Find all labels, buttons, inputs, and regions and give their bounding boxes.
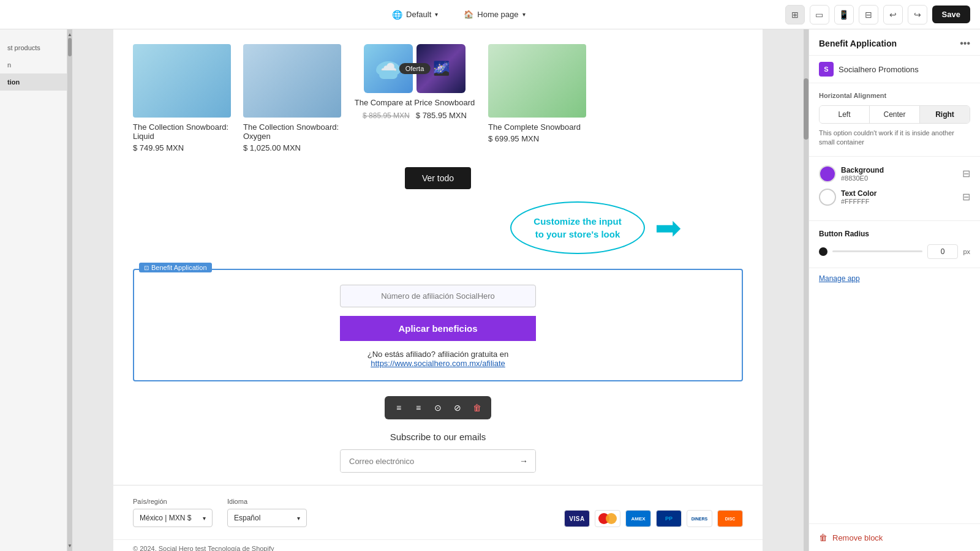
button-radius-section: Button Radius 0 px [809, 221, 980, 268]
mobile-view-btn[interactable]: 📱 [834, 5, 854, 24]
subscribe-title: Subscribe to our emails [133, 432, 743, 442]
redo-btn[interactable]: ↪ [908, 5, 927, 24]
panel-menu-button[interactable]: ••• [960, 38, 970, 49]
benefit-content: Aplicar beneficios ¿No estás afiliado? a… [134, 270, 742, 380]
language-value: Español [234, 514, 260, 522]
benefit-apply-button[interactable]: Aplicar beneficios [340, 316, 536, 341]
product-featured-images: ☁️ 🌌 Oferta [364, 44, 466, 93]
subscribe-input-row: → [340, 449, 536, 473]
chevron-down-icon: ▾ [435, 11, 438, 18]
top-bar-right: ⊞ ▭ 📱 ⊟ ↩ ↪ Save [785, 5, 970, 24]
radius-unit: px [963, 248, 970, 255]
product-image-liquid [133, 44, 231, 118]
benefit-affiliate-link[interactable]: https://www.socialhero.com.mx/afiliate [371, 359, 505, 368]
button-radius-label: Button Radius [819, 230, 970, 238]
top-bar-center: 🌐 Default ▾ 🏠 Home page ▾ [386, 7, 530, 23]
view-all-container: Ver todo [113, 167, 763, 189]
payment-icons: VISA AMEX PP DINERS DISC [564, 510, 743, 527]
right-panel: Benefit Application ••• S Socialhero Pro… [809, 29, 980, 551]
benefit-input[interactable] [340, 285, 536, 307]
app-icon: S [819, 62, 834, 77]
trash-icon: 🗑 [819, 533, 827, 542]
language-label: Idioma [227, 498, 307, 505]
product-card-complete: The Complete Snowboard $ 699.95 MXN [488, 44, 586, 143]
background-section: Background #8830E0 ⊟ Text Color #FFFFFF … [809, 157, 980, 221]
panel-title: Benefit Application [819, 39, 897, 48]
toolbar-align-left[interactable]: ≡ [391, 400, 407, 416]
discover-icon: DISC [717, 510, 743, 527]
view-all-button[interactable]: Ver todo [405, 167, 471, 189]
slider-handle[interactable] [819, 247, 827, 256]
benefit-label-icon: ⊡ [144, 264, 149, 271]
alignment-buttons: Left Center Right [819, 105, 970, 124]
toolbar-hide[interactable]: ⊘ [450, 400, 466, 416]
background-value: #8830E0 [841, 174, 884, 182]
country-select[interactable]: México | MXN $ ▾ [133, 509, 213, 527]
desktop-view-btn[interactable]: ⊞ [785, 5, 805, 24]
diners-icon: DINERS [687, 510, 712, 527]
text-color-label-col: Text Color #FFFFFF [841, 189, 876, 205]
tablet-view-btn[interactable]: ▭ [810, 5, 829, 24]
footer-left: País/región México | MXN $ ▾ Idioma [133, 498, 307, 527]
text-color-options-icon[interactable]: ⊟ [962, 191, 970, 203]
remove-block-button[interactable]: 🗑 Remove block [809, 523, 980, 551]
text-color-swatch-row: Text Color #FFFFFF [819, 189, 876, 206]
panel-app-row: S Socialhero Promotions [809, 56, 980, 83]
language-group: Idioma Español ▾ [227, 498, 307, 527]
canvas-area: ▲ ▼ The Collection Snowboard: Liquid $ 7… [67, 29, 809, 551]
benefit-not-affiliate: ¿No estás afiliado? afiliación gratuita … [368, 350, 509, 359]
text-color-row: Text Color #FFFFFF ⊟ [819, 189, 970, 206]
grid-view-btn[interactable]: ⊟ [859, 5, 878, 24]
default-label: Default [406, 10, 431, 19]
canvas-scroll-track[interactable]: ▲ ▼ [67, 29, 72, 551]
globe-icon: 🌐 [392, 10, 402, 20]
canvas-right-scroll[interactable] [804, 29, 809, 551]
slider-row: 0 px [819, 244, 970, 259]
remove-block-label: Remove block [832, 533, 883, 542]
product-name-oxygen: The Collection Snowboard: Oxygen [243, 122, 341, 141]
alignment-label: Horizontal Alignment [819, 92, 970, 99]
background-options-icon[interactable]: ⊟ [962, 168, 970, 179]
action-toolbar: ≡ ≡ ⊙ ⊘ 🗑 [113, 396, 763, 419]
nav-item-n[interactable]: n [0, 56, 67, 73]
align-left-btn[interactable]: Left [820, 106, 870, 123]
benefit-section-label-text: Benefit Application [151, 264, 207, 271]
product-section: The Collection Snowboard: Liquid $ 749.9… [113, 29, 763, 167]
default-dropdown[interactable]: 🌐 Default ▾ [386, 7, 443, 23]
manage-app-link[interactable]: Manage app [809, 268, 980, 289]
undo-btn[interactable]: ↩ [883, 5, 903, 24]
subscribe-section: Subscribe to our emails → [113, 425, 763, 485]
paypal-icon: PP [656, 510, 682, 527]
action-toolbar-inner: ≡ ≡ ⊙ ⊘ 🗑 [385, 396, 491, 419]
product-card-oxygen: The Collection Snowboard: Oxygen $ 1,025… [243, 44, 341, 152]
product-card-liquid: The Collection Snowboard: Liquid $ 749.9… [133, 44, 231, 152]
align-center-btn[interactable]: Center [870, 106, 920, 123]
toolbar-align-center[interactable]: ≡ [410, 400, 426, 416]
language-select[interactable]: Español ▾ [227, 509, 307, 527]
toolbar-delete[interactable]: 🗑 [469, 400, 485, 416]
align-right-btn[interactable]: Right [920, 106, 970, 123]
nav-item-tion[interactable]: tion [0, 73, 67, 91]
save-button[interactable]: Save [932, 6, 970, 23]
product-image-complete [488, 44, 586, 118]
chevron-down-icon2: ▾ [522, 11, 526, 18]
toolbar-duplicate[interactable]: ⊙ [430, 400, 446, 416]
product-price-complete: $ 699.95 MXN [488, 134, 586, 143]
homepage-dropdown[interactable]: 🏠 Home page ▾ [458, 7, 530, 22]
page-canvas-scroll[interactable]: The Collection Snowboard: Liquid $ 749.9… [72, 29, 804, 551]
slider-track[interactable] [832, 250, 922, 252]
product-image-oxygen [243, 44, 341, 118]
footer-section: País/región México | MXN $ ▾ Idioma [113, 485, 763, 539]
canvas-scroll-thumb [804, 78, 809, 140]
radius-value-input[interactable]: 0 [927, 244, 958, 259]
top-bar: 🌐 Default ▾ 🏠 Home page ▾ ⊞ ▭ 📱 ⊟ ↩ ↪ Sa… [0, 0, 980, 29]
background-swatch[interactable] [819, 165, 836, 182]
subscribe-submit[interactable]: → [512, 450, 535, 472]
benefit-section-wrapper: ⊡ Benefit Application Aplicar beneficios… [133, 269, 743, 381]
nav-item-products[interactable]: st products [0, 39, 67, 56]
country-chevron: ▾ [203, 515, 206, 522]
subscribe-input[interactable] [341, 451, 512, 472]
text-color-swatch[interactable] [819, 189, 836, 206]
product-card-featured: ☁️ 🌌 Oferta The Compare at Price Snowboa… [353, 44, 476, 120]
mastercard-icon [595, 510, 620, 527]
